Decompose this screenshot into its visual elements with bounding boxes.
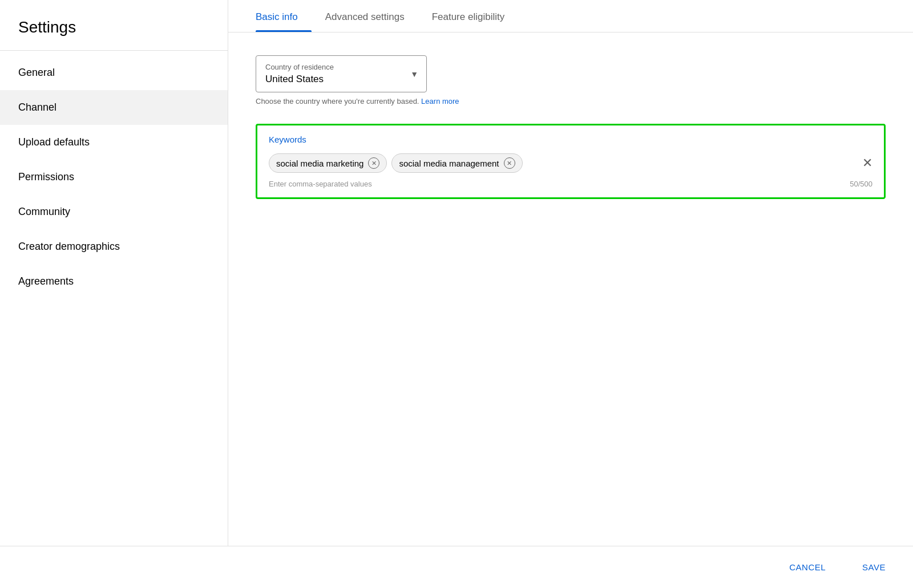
sidebar-item-community[interactable]: Community <box>0 194 228 229</box>
page-container: Settings General Channel Upload defaults… <box>0 0 913 588</box>
sidebar-item-creator-demographics[interactable]: Creator demographics <box>0 229 228 264</box>
sidebar: Settings General Channel Upload defaults… <box>0 0 228 546</box>
sidebar-item-agreements-label: Agreements <box>18 275 74 287</box>
main-content: Settings General Channel Upload defaults… <box>0 0 913 546</box>
country-select-label: Country of residence <box>265 63 399 71</box>
tab-advanced-settings[interactable]: Advanced settings <box>325 0 418 32</box>
tabs-bar: Basic info Advanced settings Feature eli… <box>228 0 913 33</box>
sidebar-item-channel-label: Channel <box>18 102 56 113</box>
keyword-chip-1: social media marketing ✕ <box>269 153 387 173</box>
sidebar-item-community-label: Community <box>18 206 70 218</box>
content-area: Basic info Advanced settings Feature eli… <box>228 0 913 546</box>
sidebar-item-upload-defaults-label: Upload defaults <box>18 136 90 148</box>
cancel-button[interactable]: CANCEL <box>780 558 835 577</box>
sidebar-item-permissions-label: Permissions <box>18 171 74 183</box>
country-select-wrapper: Country of residence United States ▼ Cho… <box>256 55 886 106</box>
keywords-char-count: 50/500 <box>850 180 872 188</box>
keyword-chip-1-text: social media marketing <box>276 159 363 168</box>
country-select[interactable]: Country of residence United States ▼ <box>256 55 427 92</box>
keywords-chips-row: social media marketing ✕ social media ma… <box>269 153 872 173</box>
close-circle-icon-1: ✕ <box>368 157 379 169</box>
sidebar-item-permissions[interactable]: Permissions <box>0 160 228 194</box>
sidebar-item-general[interactable]: General <box>0 55 228 90</box>
chevron-down-icon: ▼ <box>410 70 418 79</box>
sidebar-item-general-label: General <box>18 67 55 79</box>
country-select-value: United States <box>265 74 399 85</box>
close-circle-icon-2: ✕ <box>504 157 515 169</box>
save-button[interactable]: SAVE <box>853 558 895 577</box>
keyword-chip-2-text: social media management <box>399 159 499 168</box>
keywords-label: Keywords <box>269 135 872 144</box>
sidebar-nav: General Channel Upload defaults Permissi… <box>0 51 228 303</box>
footer-bar: CANCEL SAVE <box>0 546 913 588</box>
keywords-helper-row: Enter comma-separated values 50/500 <box>269 180 872 188</box>
sidebar-item-upload-defaults[interactable]: Upload defaults <box>0 125 228 160</box>
page-title: Settings <box>0 0 228 50</box>
keyword-chip-2: social media management ✕ <box>391 153 522 173</box>
keyword-chip-1-remove[interactable]: ✕ <box>368 157 379 169</box>
keyword-chip-2-remove[interactable]: ✕ <box>504 157 515 169</box>
sidebar-item-channel[interactable]: Channel <box>0 90 228 125</box>
learn-more-link[interactable]: Learn more <box>421 97 459 106</box>
content-body: Country of residence United States ▼ Cho… <box>228 33 913 222</box>
tab-feature-eligibility[interactable]: Feature eligibility <box>432 0 519 32</box>
tab-basic-info[interactable]: Basic info <box>256 0 312 32</box>
country-helper-text: Choose the country where you're currentl… <box>256 97 886 106</box>
keywords-clear-button[interactable]: ✕ <box>862 156 872 171</box>
sidebar-item-creator-demographics-label: Creator demographics <box>18 241 120 253</box>
keywords-section: Keywords social media marketing ✕ social… <box>256 124 886 199</box>
keywords-helper-text: Enter comma-separated values <box>269 180 372 188</box>
sidebar-item-agreements[interactable]: Agreements <box>0 264 228 299</box>
